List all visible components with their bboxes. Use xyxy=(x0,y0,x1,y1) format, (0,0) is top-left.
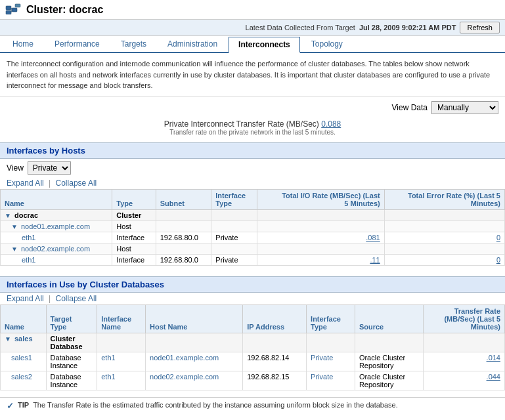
transfer-rate-sales2[interactable]: .044 xyxy=(487,373,500,381)
row-name: ▼ node01.example.com xyxy=(1,220,112,232)
transfer-rate-sales1[interactable]: .014 xyxy=(487,354,500,362)
row-transfer-rate: .014 xyxy=(424,352,505,371)
tab-performance[interactable]: Performance xyxy=(45,36,110,52)
col-error-rate: Total Error Rate (%) (Last 5Minutes) xyxy=(384,189,504,209)
view-select[interactable]: Private Public All xyxy=(28,161,71,175)
interfaces-by-hosts-header: Interfaces by Hosts xyxy=(0,142,505,159)
col-transfer-rate: Transfer Rate(MB/Sec) (Last 5Minutes) xyxy=(424,304,505,333)
node02-link[interactable]: node02.example.com xyxy=(21,245,90,253)
data-bar: Latest Data Collected From Target Jul 28… xyxy=(0,20,505,36)
node02-sales2-link[interactable]: node02.example.com xyxy=(150,373,219,381)
expand-all-inuse[interactable]: Expand All xyxy=(7,294,44,303)
row-name: ▼ node02.example.com xyxy=(1,243,112,254)
row-name: ▼ docrac xyxy=(1,209,112,220)
tab-targets[interactable]: Targets xyxy=(111,36,156,52)
col-name: Name xyxy=(1,189,112,209)
svg-rect-3 xyxy=(15,4,20,7)
expand-collapse-inuse: Expand All | Collapse All xyxy=(0,293,505,304)
view-data-label: View Data xyxy=(392,103,428,112)
row-name: eth1 xyxy=(1,232,112,243)
expand-collapse-hosts: Expand All | Collapse All xyxy=(0,177,505,189)
error-rate-value-node02[interactable]: 0 xyxy=(496,256,500,264)
node01-sales1-link[interactable]: node01.example.com xyxy=(150,354,219,362)
transfer-rate-value[interactable]: 0.088 xyxy=(321,119,341,129)
svg-line-5 xyxy=(11,10,12,12)
cluster-icon xyxy=(5,3,21,16)
row-type: Host xyxy=(112,220,156,232)
table-header-row: Name Type Subnet InterfaceType Total I/O… xyxy=(1,189,505,209)
view-data-select[interactable]: Manually Automatically xyxy=(431,101,498,114)
transfer-rate-subtext: Transfer rate on the private network in … xyxy=(7,129,498,136)
io-rate-value[interactable]: .081 xyxy=(366,234,380,242)
tab-interconnects[interactable]: Interconnects xyxy=(229,37,300,53)
row-interface-name: eth1 xyxy=(97,352,146,371)
eth1-sales2-link[interactable]: eth1 xyxy=(101,373,115,381)
expand-all-hosts[interactable]: Expand All xyxy=(7,178,44,188)
svg-rect-0 xyxy=(6,6,11,10)
table-row: ▼ sales ClusterDatabase xyxy=(1,333,505,352)
row-io-rate: .081 xyxy=(257,232,384,243)
row-subnet: 192.68.80.0 xyxy=(156,254,211,265)
tab-topology[interactable]: Topology xyxy=(301,36,353,52)
col-host-name: Host Name xyxy=(146,304,243,333)
interfaces-in-use-table-wrapper: Name TargetType InterfaceName Host Name … xyxy=(0,304,505,390)
row-error-rate: 0 xyxy=(384,232,504,243)
eth1-node01-link[interactable]: eth1 xyxy=(22,234,35,242)
interfaces-by-hosts-table-wrapper: Name Type Subnet InterfaceType Total I/O… xyxy=(0,189,505,266)
view-data-row: View Data Manually Automatically xyxy=(0,97,505,118)
sales-link[interactable]: sales xyxy=(14,335,33,343)
collapse-all-hosts[interactable]: Collapse All xyxy=(56,178,97,188)
expand-icon: ▼ xyxy=(5,212,11,219)
row-type: Host xyxy=(112,243,156,254)
sales1-link[interactable]: sales1 xyxy=(11,354,32,362)
row-error-rate xyxy=(384,209,504,220)
row-interface-name xyxy=(97,333,146,352)
nav-tabs: Home Performance Targets Administration … xyxy=(0,36,505,53)
tab-home[interactable]: Home xyxy=(3,36,43,52)
io-rate-value-node02[interactable]: .11 xyxy=(370,256,380,264)
row-interface-type xyxy=(211,243,257,254)
refresh-button[interactable]: Refresh xyxy=(460,22,500,33)
row-interface-type xyxy=(307,333,355,352)
node01-link[interactable]: node01.example.com xyxy=(21,222,90,230)
row-source xyxy=(355,333,423,352)
row-io-rate xyxy=(257,220,384,232)
private-sales2-link[interactable]: Private xyxy=(311,373,333,381)
page-header: Cluster: docrac xyxy=(0,0,505,20)
row-subnet xyxy=(156,209,211,220)
row-subnet: 192.68.80.0 xyxy=(156,232,211,243)
row-interface-type xyxy=(211,209,257,220)
eth1-node02-link[interactable]: eth1 xyxy=(22,256,35,264)
table-row: eth1 Interface 192.68.80.0 Private .11 0 xyxy=(1,254,505,265)
expand-icon: ▼ xyxy=(11,245,18,253)
tip-label: TIP xyxy=(18,401,29,409)
view-label: View xyxy=(7,163,24,173)
row-source: Oracle ClusterRepository xyxy=(355,352,423,371)
row-error-rate xyxy=(384,220,504,232)
row-type: Interface xyxy=(112,232,156,243)
error-rate-value[interactable]: 0 xyxy=(496,234,500,242)
collapse-all-inuse[interactable]: Collapse All xyxy=(56,294,97,303)
row-subnet xyxy=(156,243,211,254)
col-type: Type xyxy=(112,189,156,209)
col-target-type: TargetType xyxy=(46,304,97,333)
cluster-title: Cluster: docrac xyxy=(26,4,103,16)
row-host-name xyxy=(146,333,243,352)
table-row: sales2 DatabaseInstance eth1 node02.exam… xyxy=(1,371,505,390)
row-source: Oracle ClusterRepository xyxy=(355,371,423,390)
row-target-type: DatabaseInstance xyxy=(46,352,97,371)
interfaces-in-use-section: Expand All | Collapse All Name TargetTyp… xyxy=(0,293,505,394)
interfaces-by-hosts-section: View Private Public All Expand All | Col… xyxy=(0,159,505,270)
col-ip-address: IP Address xyxy=(243,304,307,333)
table-row: ▼ docrac Cluster xyxy=(1,209,505,220)
page-description: The interconnect configuration and inter… xyxy=(0,53,505,97)
sales2-link[interactable]: sales2 xyxy=(11,373,32,381)
tab-administration[interactable]: Administration xyxy=(158,36,227,52)
table-row: ▼ node01.example.com Host xyxy=(1,220,505,232)
row-target-type: ClusterDatabase xyxy=(46,333,97,352)
row-ip-address: 192.68.82.14 xyxy=(243,352,307,371)
eth1-sales1-link[interactable]: eth1 xyxy=(101,354,115,362)
row-error-rate: 0 xyxy=(384,254,504,265)
private-sales1-link[interactable]: Private xyxy=(311,354,333,362)
view-row: View Private Public All xyxy=(0,159,505,177)
